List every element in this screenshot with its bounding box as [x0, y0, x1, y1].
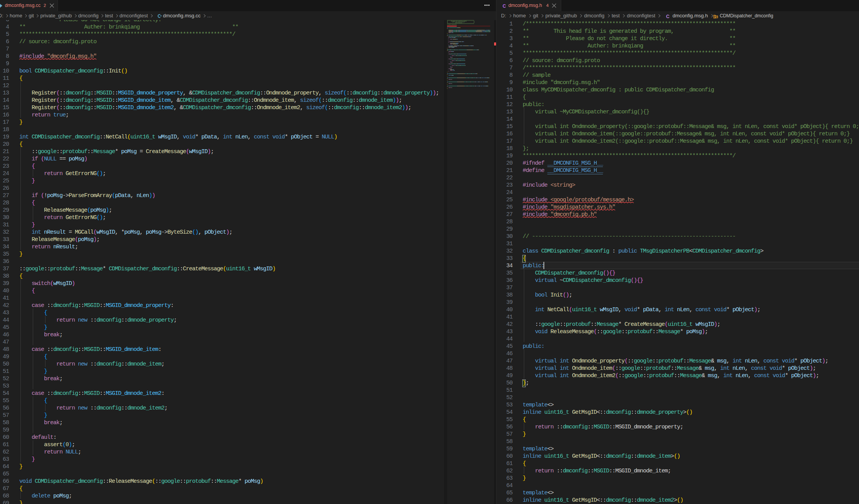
svg-text:C: C	[503, 3, 506, 9]
svg-text:C: C	[666, 14, 669, 19]
